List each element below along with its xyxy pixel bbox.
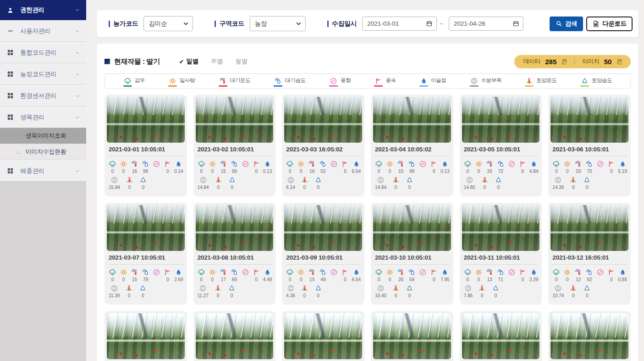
- sidebar-item-growth-management[interactable]: 생육관리: [0, 106, 86, 128]
- tab-monthly[interactable]: 월별: [235, 57, 247, 66]
- airhum-icon: [142, 160, 149, 168]
- farm-code-select[interactable]: 김미순: [143, 16, 193, 31]
- grid-icon: [6, 167, 20, 175]
- sidebar-menu: 권한관리 사용자관리 통합코드관리 농장코드관리 환경센서관리 생육관리 ∟ 생…: [0, 0, 86, 182]
- greenhouse-photo[interactable]: [284, 205, 362, 251]
- greenhouse-photo[interactable]: [373, 97, 451, 143]
- sensor-solar: 0: [385, 268, 394, 282]
- sensor-value: 0: [300, 169, 303, 174]
- sensor-rain: 0: [197, 160, 206, 174]
- calendar-icon[interactable]: [426, 20, 433, 27]
- zone-code-select[interactable]: 농장: [250, 16, 306, 31]
- greenhouse-photo[interactable]: [550, 205, 628, 251]
- greenhouse-photo[interactable]: [107, 97, 185, 143]
- winddir-icon: [508, 160, 516, 168]
- dew-icon: [264, 268, 271, 276]
- greenhouse-photo[interactable]: [462, 205, 540, 251]
- greenhouse-photo[interactable]: [462, 313, 540, 359]
- sensor-soiltemp: 0: [391, 176, 400, 190]
- sidebar-item-user-management[interactable]: 사용자관리: [0, 20, 86, 42]
- sensor-value: 0: [166, 277, 169, 282]
- legend-label: 수분부족: [481, 77, 501, 84]
- sensor-rain: 0: [552, 268, 561, 282]
- sensor-value: 0: [610, 277, 613, 282]
- sidebar-item-permission-management[interactable]: 권한관리: [0, 0, 86, 20]
- sensor-value: 0.13: [440, 169, 449, 174]
- capture-timestamp: 2021-03-09 10:05:01: [284, 251, 362, 264]
- greenhouse-photo[interactable]: [462, 97, 540, 143]
- greenhouse-photo[interactable]: [107, 313, 185, 359]
- sidebar-subitem-image-collection-status[interactable]: ∟ 이미지수집현황: [0, 144, 86, 160]
- sensor-soiltemp: 0: [300, 176, 309, 190]
- card-divider: [108, 264, 183, 265]
- capture-timestamp: 2021-03-03 16:05:02: [284, 143, 362, 156]
- sidebar-item-env-sensor-management[interactable]: 환경센서관리: [0, 85, 86, 106]
- sensor-value: 0: [477, 277, 480, 282]
- greenhouse-photo[interactable]: [550, 313, 628, 359]
- card-divider: [197, 264, 272, 265]
- sidebar-subitem-growth-image-search[interactable]: ∟ 생육이미지조회: [0, 128, 86, 144]
- sensor-value: 0: [555, 277, 558, 282]
- greenhouse-photo[interactable]: [550, 97, 628, 143]
- download-button[interactable]: 다운로드: [586, 17, 633, 31]
- legend-airhum: 대기습도: [274, 76, 305, 87]
- sensor-dew: 6.54: [352, 268, 361, 282]
- soiltemp-icon: [481, 176, 489, 184]
- calendar-icon[interactable]: [512, 20, 519, 27]
- dew-icon: [352, 160, 360, 168]
- sensor-value: 0: [586, 185, 589, 190]
- image-card: 2021-03-13 10:05:01: [105, 311, 187, 361]
- greenhouse-photo[interactable]: [284, 313, 362, 359]
- capture-timestamp: 2021-03-08 10:05:01: [196, 251, 274, 264]
- airhum-icon: [142, 268, 149, 276]
- date-from-input[interactable]: 2021-03-01: [362, 17, 437, 31]
- tab-daily[interactable]: ✔ 일별: [179, 57, 198, 66]
- sensor-rain: 0: [463, 268, 472, 282]
- soilhum-icon: [495, 176, 502, 184]
- sensor-airtemp: 20: [485, 160, 494, 174]
- soilhum-icon: [492, 284, 500, 292]
- sensor-value: 0: [255, 169, 258, 174]
- tab-weekly[interactable]: 주별: [211, 57, 223, 66]
- greenhouse-photo[interactable]: [373, 205, 451, 251]
- greenhouse-photo[interactable]: [373, 313, 451, 359]
- sensor-legend-bar: 감우 일사량 대기온도 대기습도 풍향 풍속: [105, 73, 631, 89]
- moisture-icon: [464, 284, 472, 292]
- chevron-down-icon: [74, 168, 81, 174]
- soilhum-icon: [314, 284, 322, 292]
- sensor-value: 0: [408, 293, 411, 298]
- airhum-icon: [274, 77, 282, 85]
- greenhouse-photo[interactable]: [196, 205, 274, 251]
- solar-icon: [563, 268, 571, 276]
- sensor-dew: 5.19: [618, 160, 627, 174]
- card-divider: [374, 156, 450, 156]
- airhum-icon: [319, 160, 327, 168]
- date-to-input[interactable]: 2021-04-26: [449, 17, 523, 31]
- sidebar-item-farm-code-management[interactable]: 농장코드관리: [0, 63, 86, 85]
- greenhouse-photo[interactable]: [107, 205, 185, 251]
- greenhouse-photo[interactable]: [196, 313, 274, 359]
- sensor-value: 2.69: [174, 277, 183, 282]
- dew-icon: [175, 160, 182, 168]
- capture-timestamp: 2021-03-04 10:05:02: [373, 143, 451, 156]
- greenhouse-photo[interactable]: [196, 97, 274, 143]
- sidebar-item-label: 사용자관리: [20, 27, 74, 35]
- greenhouse-photo[interactable]: [284, 97, 362, 143]
- sidebar-item-pest-management[interactable]: 해충관리: [0, 160, 86, 182]
- airtemp-icon: [131, 160, 138, 168]
- search-button[interactable]: 검색: [550, 17, 583, 31]
- sensor-value: 71: [498, 277, 503, 282]
- sidebar-item-integrated-code-management[interactable]: 통합코드관리: [0, 42, 86, 63]
- sensor-soiltemp: 0: [480, 176, 489, 190]
- legend-color-bar: [525, 85, 534, 87]
- sensor-value: 7.95: [440, 277, 449, 282]
- sensor-value: 0: [317, 185, 320, 190]
- sensor-windspd: 0: [429, 160, 438, 174]
- legend-label: 일사량: [180, 77, 195, 84]
- rain-icon: [464, 268, 472, 276]
- soilhum-icon: [228, 176, 236, 184]
- soilhum-icon: [314, 176, 322, 184]
- image-card: 2021-03-12 16:05:01 0 0 12 92 0 0.85 10.…: [548, 203, 631, 305]
- sensor-windspd: 0: [252, 160, 261, 174]
- sensor-airhum: 99: [141, 160, 150, 174]
